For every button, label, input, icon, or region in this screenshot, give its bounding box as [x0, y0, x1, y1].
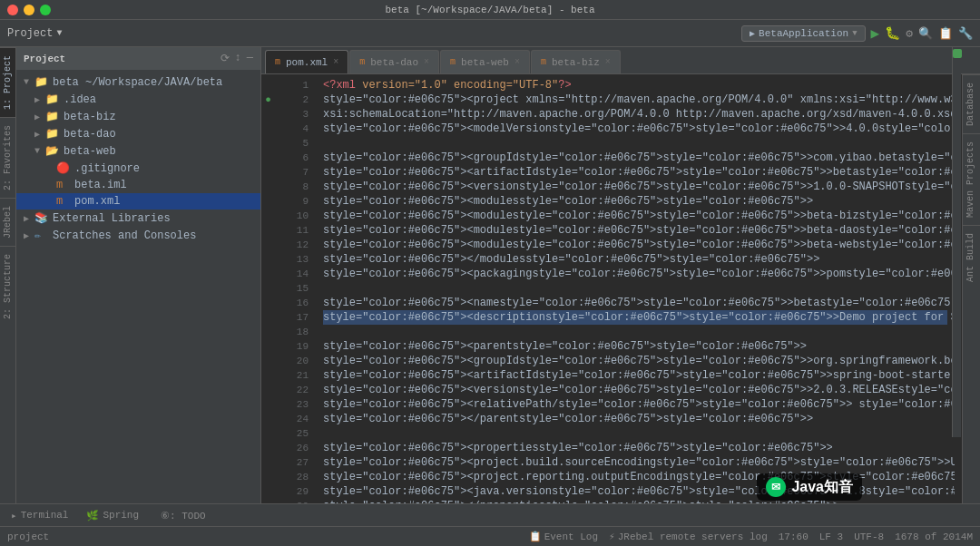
toolbar-icon2[interactable]: 🔍 [918, 26, 933, 41]
sidebar-menu-icon[interactable]: — [247, 52, 253, 65]
toolbar-icon3[interactable]: 📋 [938, 26, 953, 41]
gutter-line [261, 383, 275, 397]
bottom-tab-terminal[interactable]: ▸ Terminal [7, 508, 72, 523]
status-jrebel[interactable]: ⚡ JRebel remote servers log [609, 531, 768, 542]
gutter-line [261, 194, 275, 209]
run-config-label: BetaApplication [759, 28, 848, 39]
right-tab-database[interactable]: Database [963, 74, 980, 133]
gutter-line [261, 441, 275, 455]
right-tab-ant[interactable]: Ant Build [963, 225, 980, 289]
tab-beta-dao[interactable]: m beta-dao × [349, 50, 439, 73]
tab-file-icon: m [541, 57, 546, 67]
sidebar-item-scratches[interactable]: ▶ ✏ Scratches and Consoles [16, 227, 260, 244]
status-lf[interactable]: LF 3 [819, 531, 843, 542]
gutter-line [261, 426, 275, 441]
status-left: project [7, 531, 49, 542]
sidebar-item-beta-biz[interactable]: ▶ 📁 beta-biz [16, 108, 260, 125]
gutter-line [261, 209, 275, 223]
debug-button[interactable]: 🐛 [885, 25, 900, 41]
run-button[interactable]: ▶ [871, 24, 880, 43]
tab-close-button[interactable]: × [605, 57, 611, 67]
left-vtab-project[interactable]: 1: Project [0, 47, 15, 117]
toolbar-icon1[interactable]: ⚙ [906, 26, 913, 41]
status-encoding[interactable]: UTF-8 [854, 531, 884, 542]
left-panel-tabs: 1: Project 2: Favorites JRebel 2: Struct… [0, 47, 16, 503]
window-controls[interactable] [7, 5, 51, 15]
sidebar-item-label: External Libraries [53, 212, 171, 225]
folder-icon: 📂 [45, 144, 60, 158]
terminal-icon: ▸ [11, 510, 17, 522]
code-line [323, 426, 947, 441]
sidebar-item-pom-xml[interactable]: ▶ m pom.xml [16, 193, 260, 210]
sidebar-item-beta-web[interactable]: ▼ 📂 beta-web [16, 142, 260, 160]
sidebar-header: Project ⟳ ↕ — [16, 47, 260, 70]
project-selector[interactable]: Project ▼ [7, 27, 738, 40]
right-tab-maven[interactable]: Maven Projects [963, 133, 980, 225]
code-line: style="color:#e06c75"><propertiesstyle="… [323, 441, 947, 455]
tab-beta-biz[interactable]: m beta-biz × [531, 50, 621, 73]
line-number: 18 [275, 325, 316, 339]
status-context[interactable]: project [7, 531, 49, 542]
sync-icon[interactable]: ⟳ [220, 52, 230, 65]
collapse-icon[interactable]: ↕ [235, 52, 241, 65]
status-context-label: project [7, 531, 49, 542]
line-number: 3 [275, 107, 316, 122]
lf-value: LF 3 [819, 531, 843, 542]
code-line: style="color:#e06c75"><namestyle="color:… [323, 296, 947, 310]
code-editor[interactable]: <?xml version="1.0" encoding="UTF-8"?>st… [316, 74, 955, 503]
line-number: 19 [275, 339, 316, 354]
tab-beta-web[interactable]: m beta-web × [440, 50, 530, 73]
close-button[interactable] [7, 5, 18, 15]
code-line: style="color:#e06c75"><project xmlns="ht… [323, 93, 947, 107]
sidebar-item-beta[interactable]: ▼ 📁 beta ~/Workspace/JAVA/beta [16, 73, 260, 91]
bottom-tab-spring[interactable]: 🌿 Spring [83, 508, 142, 523]
sidebar-item-label: beta-dao [64, 128, 116, 141]
tab-close-button[interactable]: × [333, 57, 338, 67]
line-number: 23 [275, 397, 316, 412]
sidebar-item-label: .idea [64, 93, 96, 106]
main-layout: 1: Project 2: Favorites JRebel 2: Struct… [0, 47, 980, 503]
gutter-line [261, 455, 275, 470]
code-line: style="color:#e06c75"><modulestyle="colo… [323, 238, 947, 252]
code-line: style="color:#e06c75"></parentstyle="col… [323, 412, 947, 426]
tab-pom-xml[interactable]: m pom.xml × [265, 50, 348, 73]
maximize-button[interactable] [40, 5, 51, 15]
line-number: 14 [275, 267, 316, 281]
code-line: style="color:#e06c75"><artifactIdstyle="… [323, 165, 947, 180]
sidebar-actions[interactable]: ⟳ ↕ — [220, 52, 253, 65]
left-vtab-favorites[interactable]: 2: Favorites [0, 117, 15, 198]
toolbar-icon4[interactable]: 🔧 [958, 26, 973, 41]
code-line [323, 136, 947, 151]
bottom-tab-todo[interactable]: ⑥: TODO [153, 508, 210, 523]
gutter-line [261, 281, 275, 296]
tab-close-button[interactable]: × [514, 57, 520, 67]
folder-icon: 📁 [45, 110, 60, 123]
line-number: 6 [275, 151, 316, 165]
sidebar-title: Project [24, 54, 65, 64]
inspection-panel [952, 74, 961, 437]
status-line-col[interactable]: 17:60 [779, 531, 808, 542]
gutter-line [261, 180, 275, 194]
left-vtab-jrebel[interactable]: JRebel [0, 198, 15, 246]
jrebel-label: JRebel remote servers log [618, 531, 768, 542]
status-event-log[interactable]: 📋 Event Log [529, 531, 598, 542]
sidebar-item-beta-iml[interactable]: ▶ m beta.iml [16, 177, 260, 193]
code-line [323, 325, 947, 339]
chevron-down-icon[interactable]: ▼ [56, 28, 62, 38]
sidebar-item-external-libs[interactable]: ▶ 📚 External Libraries [16, 210, 260, 227]
run-config-selector[interactable]: ▶ BetaApplication ▼ [741, 25, 865, 42]
sidebar-item-idea[interactable]: ▶ 📁 .idea [16, 91, 260, 108]
gutter-line [261, 238, 275, 252]
line-number: 7 [275, 165, 316, 180]
scratches-icon: ✏ [34, 229, 49, 242]
sidebar-item-gitignore[interactable]: ▶ 🔴 .gitignore [16, 160, 260, 177]
sidebar-item-beta-dao[interactable]: ▶ 📁 beta-dao [16, 125, 260, 142]
gutter-area: ● [261, 74, 275, 503]
tab-close-button[interactable]: × [424, 57, 429, 67]
left-vtab-structure[interactable]: 2: Structure [0, 246, 15, 327]
bottom-toolbar: ▸ Terminal 🌿 Spring ⑥: TODO [0, 503, 980, 526]
run-config-chevron: ▼ [852, 29, 857, 38]
bottom-tab-label: Spring [103, 510, 139, 521]
minimize-button[interactable] [24, 5, 34, 15]
expand-arrow: ▼ [34, 146, 45, 156]
